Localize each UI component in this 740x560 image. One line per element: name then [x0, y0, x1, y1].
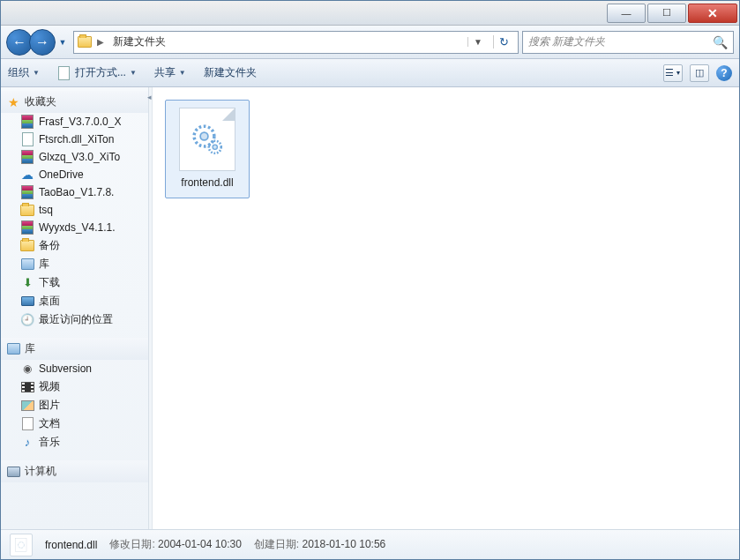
forward-button[interactable]: → [29, 29, 56, 56]
file-item[interactable]: frontend.dll [165, 100, 250, 198]
sidebar-item[interactable]: 桌面 [1, 292, 148, 310]
share-menu[interactable]: 共享▼ [154, 65, 186, 80]
dll-file-icon [179, 108, 235, 171]
sidebar-item[interactable]: Frasf_V3.7.0.0_X [1, 113, 148, 131]
sidebar-item[interactable]: 图片 [1, 396, 148, 414]
nav-history-dropdown[interactable]: ▼ [56, 30, 70, 55]
breadcrumb[interactable]: 新建文件夹 [109, 33, 169, 51]
sidebar-item[interactable]: ◉Subversion [1, 360, 148, 377]
help-button[interactable]: ? [716, 65, 732, 81]
status-created: 创建日期: 2018-01-10 10:56 [254, 537, 385, 552]
sidebar-item[interactable]: ♪音乐 [1, 433, 148, 452]
sidebar-item[interactable]: 视频 [1, 377, 148, 396]
explorer-window: — ☐ ✕ ← → ▼ ▶ 新建文件夹 ▼ ↻ 搜索 新建文件夹 🔍 组织▼ [0, 0, 740, 560]
toolbar: 组织▼ 打开方式...▼ 共享▼ 新建文件夹 ☰▼ ◫ ? [1, 59, 739, 87]
titlebar: — ☐ ✕ [1, 1, 739, 26]
status-modified: 修改日期: 2004-01-04 10:30 [109, 537, 241, 552]
sidebar-item[interactable]: Glxzq_V3.0_XiTo [1, 148, 148, 166]
close-button[interactable]: ✕ [688, 4, 737, 23]
svg-point-3 [213, 145, 217, 149]
sidebar-item[interactable]: 文档 [1, 414, 148, 433]
address-bar[interactable]: ▶ 新建文件夹 ▼ ↻ [73, 31, 519, 54]
status-file-icon [10, 534, 33, 556]
breadcrumb-sep: ▶ [97, 37, 104, 47]
sidebar-item[interactable]: ☁OneDrive [1, 166, 148, 183]
search-input[interactable]: 搜索 新建文件夹 🔍 [522, 31, 734, 54]
sidebar-item[interactable]: 🕘最近访问的位置 [1, 310, 148, 329]
sidebar-splitter[interactable] [149, 87, 153, 529]
sidebar-group-head[interactable]: 库 [1, 338, 148, 360]
sidebar-item[interactable]: ⬇下载 [1, 273, 148, 292]
svg-rect-4 [15, 538, 26, 551]
sidebar[interactable]: ★收藏夹Frasf_V3.7.0.0_XFtsrch.dll_XiTonGlxz… [1, 87, 149, 529]
status-bar: frontend.dll 修改日期: 2004-01-04 10:30 创建日期… [1, 529, 739, 559]
folder-icon [78, 36, 92, 48]
minimize-button[interactable]: — [607, 4, 646, 23]
sidebar-group-head[interactable]: ★收藏夹 [1, 91, 148, 113]
newfolder-button[interactable]: 新建文件夹 [204, 65, 257, 80]
maximize-button[interactable]: ☐ [647, 4, 686, 23]
nav-row: ← → ▼ ▶ 新建文件夹 ▼ ↻ 搜索 新建文件夹 🔍 [1, 26, 739, 59]
sidebar-item[interactable]: tsq [1, 201, 148, 219]
sidebar-item[interactable]: Wyyxds_V4.1.1. [1, 219, 148, 236]
status-filename: frontend.dll [45, 539, 97, 551]
openwith-menu[interactable]: 打开方式...▼ [57, 65, 137, 80]
file-label: frontend.dll [181, 176, 233, 189]
main-area: ★收藏夹Frasf_V3.7.0.0_XFtsrch.dll_XiTonGlxz… [1, 87, 739, 529]
content-pane[interactable]: frontend.dll [153, 87, 739, 529]
sidebar-item[interactable]: Ftsrch.dll_XiTon [1, 131, 148, 148]
sidebar-item[interactable]: 库 [1, 255, 148, 273]
search-icon[interactable]: 🔍 [713, 35, 728, 49]
preview-pane-button[interactable]: ◫ [690, 64, 709, 82]
sidebar-item[interactable]: TaoBao_V1.7.8. [1, 183, 148, 201]
refresh-button[interactable]: ↻ [493, 35, 514, 49]
search-placeholder: 搜索 新建文件夹 [528, 34, 605, 49]
sidebar-item[interactable]: 备份 [1, 236, 148, 255]
page-icon [58, 66, 70, 80]
organize-menu[interactable]: 组织▼ [8, 65, 40, 80]
sidebar-group-head[interactable]: 计算机 [1, 460, 148, 482]
address-dropdown[interactable]: ▼ [467, 37, 488, 47]
svg-point-1 [200, 132, 208, 140]
view-options-button[interactable]: ☰▼ [663, 64, 683, 82]
